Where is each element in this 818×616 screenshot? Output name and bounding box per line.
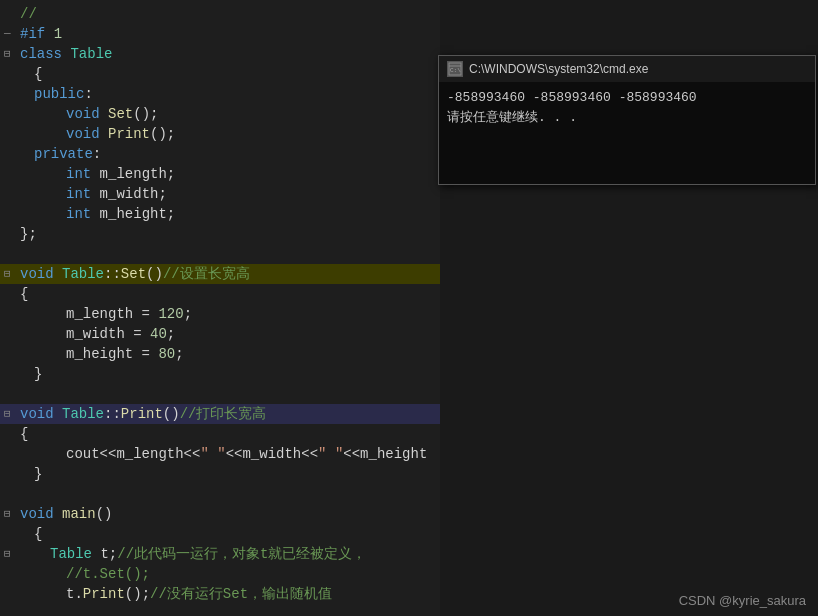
cmd-title: C:\WINDOWS\system32\cmd.exe — [469, 62, 648, 76]
fold-icon — [4, 304, 18, 324]
cmd-output: -858993460 -858993460 -858993460 — [447, 88, 807, 108]
code-line-8: private: — [0, 144, 440, 164]
fold-icon — [4, 484, 18, 504]
fold-icon — [4, 224, 18, 244]
fold-icon — [4, 124, 18, 144]
code-line-25 — [0, 484, 440, 504]
fold-icon — [4, 584, 18, 604]
code-line-28: ⊟ Table t;//此代码一运行，对象t就已经被定义， — [0, 544, 440, 564]
line-content: } — [18, 464, 42, 484]
line-content: int m_width; — [18, 184, 167, 204]
code-line-16: m_length = 120; — [0, 304, 440, 324]
fold-icon — [4, 184, 18, 204]
line-content: { — [18, 284, 28, 304]
line-content: void Print(); — [18, 124, 175, 144]
fold-icon: ⊟ — [4, 504, 18, 524]
code-line-17: m_width = 40; — [0, 324, 440, 344]
code-line-23: cout<<m_length<<" "<<m_width<<" "<<m_hei… — [0, 444, 440, 464]
code-line-30: t.Print();//没有运行Set，输出随机值 — [0, 584, 440, 604]
fold-icon — [4, 84, 18, 104]
svg-text:C:\: C:\ — [450, 67, 461, 74]
fold-icon — [4, 424, 18, 444]
line-content: { — [18, 524, 42, 544]
cmd-body: -858993460 -858993460 -858993460 请按任意键继续… — [439, 82, 815, 134]
line-content: #if 1 — [18, 24, 62, 44]
line-content: void main() — [18, 504, 112, 524]
line-content: }; — [18, 224, 37, 244]
fold-icon: ⊟ — [4, 404, 18, 424]
code-line-20 — [0, 384, 440, 404]
line-content: int m_height; — [18, 204, 175, 224]
code-line-22: { — [0, 424, 440, 444]
line-content: int m_length; — [18, 164, 175, 184]
line-content: class Table — [18, 44, 112, 64]
code-line-18: m_height = 80; — [0, 344, 440, 364]
code-line-11: int m_height; — [0, 204, 440, 224]
code-line-2: ─ #if 1 — [0, 24, 440, 44]
fold-icon — [4, 564, 18, 584]
line-content: void Table::Set()//设置长宽高 — [18, 264, 250, 284]
fold-icon — [4, 384, 18, 404]
code-line-6: void Set(); — [0, 104, 440, 124]
fold-icon: ⊟ — [4, 264, 18, 284]
code-line-21: ⊟ void Table::Print()//打印长宽高 — [0, 404, 440, 424]
fold-icon — [4, 464, 18, 484]
fold-icon — [4, 204, 18, 224]
code-line-5: public: — [0, 84, 440, 104]
fold-icon — [4, 104, 18, 124]
line-content — [18, 384, 28, 404]
fold-icon — [4, 4, 18, 24]
code-line-27: { — [0, 524, 440, 544]
fold-icon: ⊟ — [4, 544, 18, 564]
line-content: } — [18, 364, 42, 384]
line-content: //t.Set(); — [18, 564, 150, 584]
code-line-26: ⊟ void main() — [0, 504, 440, 524]
code-line-24: } — [0, 464, 440, 484]
fold-icon — [4, 524, 18, 544]
line-content: // — [18, 4, 37, 24]
fold-icon: ⊟ — [4, 44, 18, 64]
fold-icon — [4, 164, 18, 184]
fold-icon — [4, 444, 18, 464]
cmd-prompt: 请按任意键继续. . . — [447, 108, 807, 128]
code-editor: // ─ #if 1 ⊟ class Table { public: void … — [0, 0, 440, 616]
code-line-19: } — [0, 364, 440, 384]
code-line-9: int m_length; — [0, 164, 440, 184]
line-content — [18, 484, 28, 504]
line-content: t.Print();//没有运行Set，输出随机值 — [18, 584, 332, 604]
code-line-13 — [0, 244, 440, 264]
code-line-4: { — [0, 64, 440, 84]
line-content: cout<<m_length<<" "<<m_width<<" "<<m_hei… — [18, 444, 427, 464]
line-content: void Set(); — [18, 104, 158, 124]
code-line-14: ⊟ void Table::Set()//设置长宽高 — [0, 264, 440, 284]
code-line-7: void Print(); — [0, 124, 440, 144]
cmd-window: C:\ C:\WINDOWS\system32\cmd.exe -8589934… — [438, 55, 816, 185]
line-content: { — [18, 424, 28, 444]
line-content: m_length = 120; — [18, 304, 192, 324]
line-content: m_height = 80; — [18, 344, 184, 364]
line-content: { — [18, 64, 42, 84]
fold-icon — [4, 244, 18, 264]
code-line-10: int m_width; — [0, 184, 440, 204]
watermark: CSDN @kyrie_sakura — [679, 593, 806, 608]
fold-icon — [4, 364, 18, 384]
line-content — [18, 244, 28, 264]
code-line-12: }; — [0, 224, 440, 244]
fold-icon: ─ — [4, 24, 18, 44]
line-content: void Table::Print()//打印长宽高 — [18, 404, 266, 424]
cmd-icon: C:\ — [447, 61, 463, 77]
cmd-titlebar: C:\ C:\WINDOWS\system32\cmd.exe — [439, 56, 815, 82]
code-line-29: //t.Set(); — [0, 564, 440, 584]
fold-icon — [4, 64, 18, 84]
line-content: private: — [18, 144, 101, 164]
fold-icon — [4, 344, 18, 364]
line-content: public: — [18, 84, 93, 104]
fold-icon — [4, 324, 18, 344]
code-line-1: // — [0, 4, 440, 24]
code-line-15: { — [0, 284, 440, 304]
line-content: m_width = 40; — [18, 324, 175, 344]
line-content: Table t;//此代码一运行，对象t就已经被定义， — [18, 544, 366, 564]
code-line-3: ⊟ class Table — [0, 44, 440, 64]
fold-icon — [4, 144, 18, 164]
fold-icon — [4, 284, 18, 304]
